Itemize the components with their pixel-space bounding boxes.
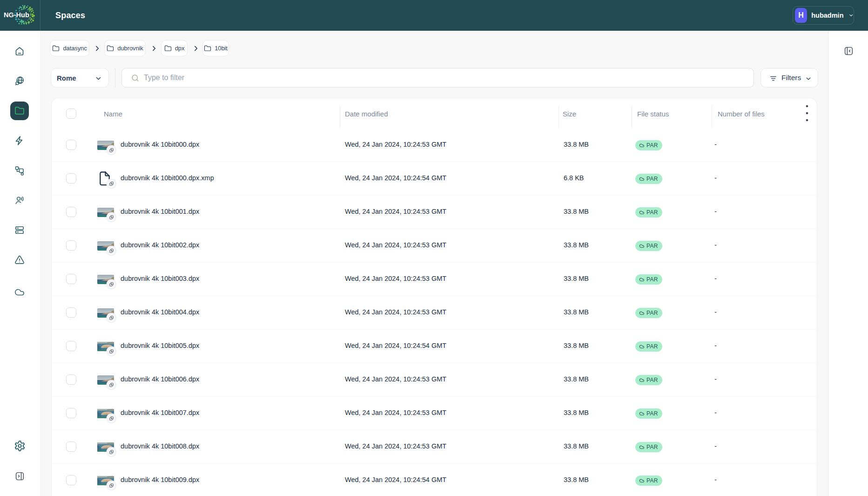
svg-text:NG-Hub: NG-Hub [4, 11, 29, 19]
svg-text:TM: TM [28, 18, 31, 20]
